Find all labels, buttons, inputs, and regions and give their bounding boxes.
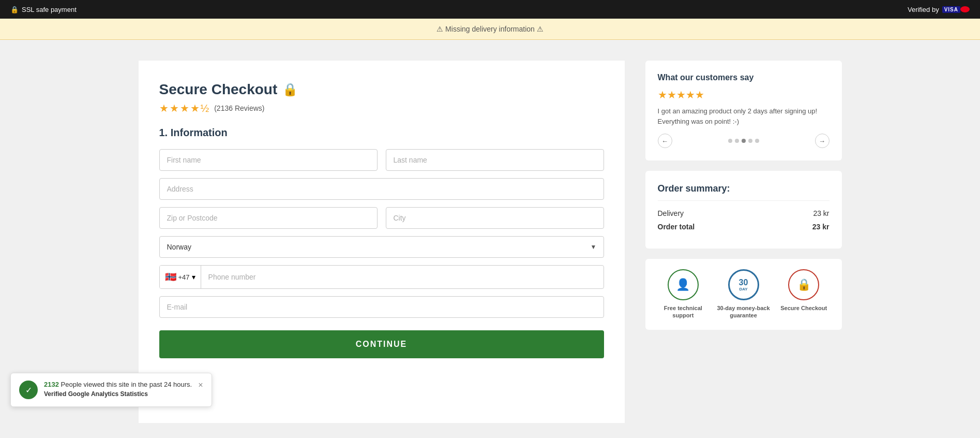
phone-dropdown-icon: ▾: [192, 273, 195, 281]
review-text: I got an amazing product only 2 days aft…: [658, 106, 830, 126]
toast-content: 2132 People viewed this site in the past…: [44, 381, 192, 398]
order-total-label: Order total: [658, 223, 695, 231]
zip-input[interactable]: [159, 207, 378, 229]
next-review-button[interactable]: →: [815, 134, 830, 148]
order-total-value: 23 kr: [812, 223, 830, 231]
dot-4: [748, 139, 752, 143]
country-wrapper: Norway Sweden Denmark Finland ▼: [159, 236, 604, 258]
top-bar: 🔒 SSL safe payment Verified by VISA: [0, 0, 980, 19]
verified-section: Verified by VISA: [908, 6, 970, 13]
toast-shield-icon: ✓: [19, 381, 38, 399]
first-name-input[interactable]: [159, 149, 378, 171]
section-title: 1. Information: [159, 127, 604, 139]
phone-input[interactable]: [201, 267, 604, 287]
toast-people-text: 2132 People viewed this site in the past…: [44, 381, 192, 388]
toast-close-button[interactable]: ×: [198, 381, 203, 390]
mastercard-badge: [960, 6, 970, 12]
dot-3: [742, 139, 746, 143]
delivery-value: 23 kr: [813, 209, 829, 217]
trust-badge-support: 👤 Free technicalsupport: [656, 269, 711, 319]
warning-message: ⚠ Missing delivery information ⚠: [436, 25, 544, 33]
checkout-title-text: Secure Checkout: [159, 81, 278, 98]
section-label-text: 1. Information: [159, 127, 228, 138]
secure-icon: 🔒: [788, 269, 819, 300]
verified-text: Verified by: [908, 6, 939, 13]
toast-notification: ✓ 2132 People viewed this site in the pa…: [10, 373, 212, 407]
trust-badge-moneyback: 30 DAY 30-day money-backguarantee: [716, 269, 771, 319]
phone-code: +47: [178, 273, 190, 281]
star-rating: ★★★★½: [159, 102, 210, 114]
ssl-text: SSL safe payment: [22, 6, 77, 13]
address-input[interactable]: [159, 178, 604, 200]
reviews-count: (2136 Reviews): [214, 104, 264, 112]
secure-label: Secure Checkout: [780, 304, 827, 312]
zip-field: [159, 207, 378, 229]
support-icon: 👤: [668, 269, 699, 300]
review-dots: [728, 139, 759, 143]
email-input[interactable]: [159, 296, 604, 318]
moneyback-day: DAY: [739, 287, 747, 291]
city-field: [386, 207, 604, 229]
trust-badges: 👤 Free technicalsupport 30 DAY 30-day mo…: [645, 259, 842, 330]
delivery-label: Delivery: [658, 209, 684, 217]
delivery-row: Delivery 23 kr: [658, 209, 830, 217]
toast-people-count: 2132: [44, 381, 59, 388]
last-name-input[interactable]: [386, 149, 604, 171]
form-section: Secure Checkout 🔒 ★★★★½ (2136 Reviews) 1…: [139, 61, 625, 423]
ssl-label: 🔒 SSL safe payment: [10, 6, 77, 13]
continue-button[interactable]: CONTINUE: [159, 330, 604, 358]
main-layout: Secure Checkout 🔒 ★★★★½ (2136 Reviews) 1…: [128, 40, 852, 438]
phone-flag-selector[interactable]: 🇳🇴 +47 ▾: [160, 266, 201, 288]
order-total-row: Order total 23 kr: [658, 223, 830, 231]
review-card-title: What our customers say: [658, 73, 830, 82]
name-row: [159, 149, 604, 171]
address-row: [159, 178, 604, 200]
country-select[interactable]: Norway Sweden Denmark Finland: [159, 236, 604, 258]
email-row: [159, 296, 604, 318]
flag-emoji: 🇳🇴: [165, 271, 176, 283]
lock-icon: 🔒: [10, 6, 19, 13]
prev-review-button[interactable]: ←: [658, 134, 672, 148]
moneyback-icon: 30 DAY: [728, 269, 759, 300]
continue-label: CONTINUE: [356, 340, 408, 348]
moneyback-label: 30-day money-backguarantee: [717, 304, 770, 319]
review-stars: ★★★★★: [658, 89, 830, 101]
warning-bar: ⚠ Missing delivery information ⚠: [0, 19, 980, 40]
right-sidebar: What our customers say ★★★★★ I got an am…: [645, 61, 842, 423]
order-summary-card: Order summary: Delivery 23 kr Order tota…: [645, 171, 842, 249]
zip-city-row: [159, 207, 604, 229]
phone-row: 🇳🇴 +47 ▾: [159, 265, 604, 289]
toast-verified-label: Verified Google Analytics Statistics: [44, 390, 192, 398]
city-input[interactable]: [386, 207, 604, 229]
review-nav: ← →: [658, 134, 830, 148]
email-field: [159, 296, 604, 318]
dot-5: [755, 139, 759, 143]
support-label: Free technicalsupport: [664, 304, 702, 319]
order-summary-title: Order summary:: [658, 183, 830, 201]
checkout-title: Secure Checkout 🔒: [159, 81, 604, 98]
first-name-field: [159, 149, 378, 171]
dot-1: [728, 139, 732, 143]
last-name-field: [386, 149, 604, 171]
toast-people-label: People viewed this site in the past 24 h…: [59, 381, 192, 388]
visa-badge: VISA: [942, 6, 960, 13]
moneyback-number: 30: [739, 279, 748, 287]
address-field: [159, 178, 604, 200]
checkout-lock-icon: 🔒: [282, 82, 298, 97]
reviews-row: ★★★★½ (2136 Reviews): [159, 102, 604, 114]
dot-2: [735, 139, 739, 143]
trust-badge-secure: 🔒 Secure Checkout: [776, 269, 832, 319]
review-card: What our customers say ★★★★★ I got an am…: [645, 61, 842, 160]
